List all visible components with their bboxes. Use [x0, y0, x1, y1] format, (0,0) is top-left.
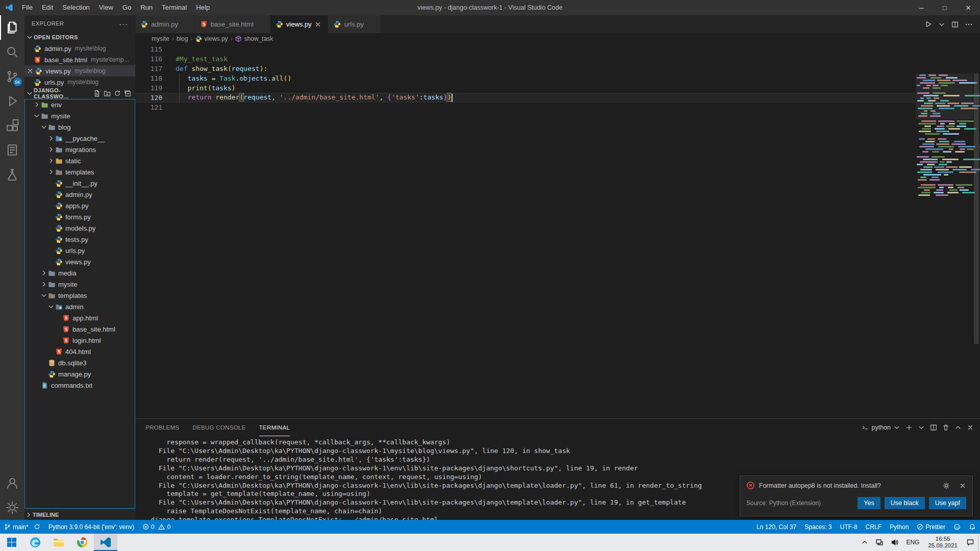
- tree-item-mysite[interactable]: mysite: [24, 279, 135, 290]
- status-spaces-3[interactable]: Spaces: 3: [800, 520, 836, 534]
- action-center-icon[interactable]: [963, 534, 978, 551]
- tree-item-templates[interactable]: templates: [24, 166, 135, 178]
- taskbar-vscode-button[interactable]: [94, 534, 117, 551]
- panel-tab-terminal[interactable]: TERMINAL: [259, 419, 290, 436]
- collapseall-icon[interactable]: [124, 90, 131, 97]
- kill-terminal-icon[interactable]: [942, 424, 949, 431]
- breadcrumb-item-show_task[interactable]: show_task: [235, 35, 273, 42]
- tree-item-manage.py[interactable]: manage.py: [24, 368, 135, 380]
- python-interpreter-status[interactable]: Python 3.9.0 64-bit ('env': venv): [44, 520, 138, 534]
- tree-item-base_site.html[interactable]: 5base_site.html: [24, 323, 135, 335]
- tree-item-app.html[interactable]: 5app.html: [24, 312, 135, 323]
- tree-item-urls.py[interactable]: urls.py: [24, 245, 135, 256]
- open-editor-urls.py[interactable]: urls.pymysite\blog: [24, 77, 135, 88]
- more-actions-icon[interactable]: ···: [119, 19, 128, 28]
- open-editors-header[interactable]: OPEN EDITORS: [24, 32, 135, 43]
- timeline-section-header[interactable]: TIMELINE: [24, 509, 135, 520]
- show-desktop-button[interactable]: [978, 534, 980, 551]
- terminal-shell-picker[interactable]: python: [862, 424, 900, 431]
- tree-item-apps.py[interactable]: apps.py: [24, 200, 135, 211]
- tab-admin.py[interactable]: admin.py: [135, 15, 195, 33]
- tree-item-static[interactable]: static: [24, 155, 135, 166]
- menu-item-selection[interactable]: Selection: [58, 0, 94, 15]
- tree-item-admin[interactable]: admin: [24, 301, 135, 312]
- notification-close-icon[interactable]: [959, 482, 966, 489]
- activity-notebook[interactable]: [0, 138, 24, 162]
- status-crlf[interactable]: CRLF: [862, 520, 886, 534]
- tab-base_site.html[interactable]: 5base_site.html: [195, 15, 271, 33]
- keyboard-language[interactable]: ENG: [902, 534, 923, 551]
- tab-close-icon[interactable]: [314, 21, 323, 28]
- close-icon[interactable]: [27, 67, 34, 74]
- editor-more-actions-icon[interactable]: [965, 20, 973, 29]
- close-button[interactable]: ✕: [957, 0, 980, 15]
- notification-button-yes[interactable]: Yes: [857, 497, 880, 509]
- code-line-119[interactable]: 119 print(tasks): [135, 83, 980, 93]
- notification-button-use-yapf[interactable]: Use yapf: [929, 497, 966, 509]
- code-line-117[interactable]: 117def show_task(request):: [135, 64, 980, 73]
- taskbar-chrome-button[interactable]: [70, 534, 94, 551]
- tree-item-db.sqlite3[interactable]: db.sqlite3: [24, 357, 135, 368]
- taskbar-start-button[interactable]: [0, 534, 23, 551]
- maximize-panel-icon[interactable]: [954, 424, 962, 431]
- code-line-120[interactable]: 120 return render(request, '../admin/bas…: [135, 93, 980, 103]
- breadcrumb-item-mysite[interactable]: mysite: [152, 35, 169, 42]
- menu-item-terminal[interactable]: Terminal: [157, 0, 191, 15]
- tree-item-migrations[interactable]: migrations: [24, 144, 135, 155]
- tab-views.py[interactable]: views.py: [271, 15, 329, 33]
- status-prettier[interactable]: Prettier: [913, 520, 949, 534]
- activity-search[interactable]: [0, 40, 24, 64]
- panel-tab-debug-console[interactable]: DEBUG CONSOLE: [192, 419, 246, 436]
- taskbar-edge-button[interactable]: [23, 534, 47, 551]
- tab-urls.py[interactable]: urls.py: [328, 15, 380, 33]
- tree-item-forms.py[interactable]: forms.py: [24, 211, 135, 222]
- notification-button-use-black[interactable]: Use black: [885, 497, 925, 509]
- terminal-profile-dropdown-icon[interactable]: [918, 424, 925, 431]
- maximize-button[interactable]: □: [933, 0, 957, 15]
- activity-explorer[interactable]: [0, 15, 24, 40]
- problems-status[interactable]: 0 0: [138, 520, 175, 534]
- tree-item-tests.py[interactable]: tests.py: [24, 234, 135, 245]
- code-line-115[interactable]: 115: [135, 44, 980, 54]
- code-line-116[interactable]: 116#My_test_task: [135, 54, 980, 64]
- minimize-button[interactable]: ─: [910, 0, 933, 15]
- tree-item-templates[interactable]: templates: [24, 290, 135, 301]
- tree-item-views.py[interactable]: views.py: [24, 256, 135, 267]
- menu-item-edit[interactable]: Edit: [37, 0, 58, 15]
- activity-run-and-debug[interactable]: [0, 89, 24, 113]
- tree-item-login.html[interactable]: 5login.html: [24, 335, 135, 346]
- refresh-icon[interactable]: [114, 90, 121, 97]
- notification-settings-icon[interactable]: [943, 482, 950, 489]
- code-editor[interactable]: 115116#My_test_task117def show_task(requ…: [135, 44, 980, 418]
- status-utf-8[interactable]: UTF-8: [836, 520, 862, 534]
- menu-item-help[interactable]: Help: [191, 0, 214, 15]
- tree-item-404.html[interactable]: 5404.html: [24, 346, 135, 357]
- code-line-121[interactable]: 121: [135, 103, 980, 112]
- git-branch-status[interactable]: main*: [0, 520, 44, 534]
- menu-item-run[interactable]: Run: [136, 0, 157, 15]
- close-panel-icon[interactable]: [967, 424, 974, 431]
- project-section-header[interactable]: DJANGO-CLASSWO...: [24, 88, 135, 99]
- new-terminal-icon[interactable]: [905, 424, 913, 431]
- network-icon[interactable]: [872, 534, 887, 551]
- minimap-slider[interactable]: [916, 73, 973, 119]
- tree-item-env[interactable]: env: [24, 99, 135, 110]
- newfile-icon[interactable]: [93, 90, 101, 97]
- status-python[interactable]: Python: [886, 520, 913, 534]
- open-editor-views.py[interactable]: views.pymysite\blog: [24, 65, 135, 77]
- tree-item-__init__.py[interactable]: __init__.py: [24, 178, 135, 189]
- taskbar-file-explorer-button[interactable]: [47, 534, 70, 551]
- run-dropdown-icon[interactable]: [938, 21, 945, 28]
- breadcrumb-item-views.py[interactable]: views.py: [195, 35, 228, 42]
- newfolder-icon[interactable]: [104, 90, 111, 97]
- tree-item-models.py[interactable]: models.py: [24, 222, 135, 234]
- tree-item-blog[interactable]: blog: [24, 121, 135, 133]
- menu-item-file[interactable]: File: [17, 0, 37, 15]
- open-editor-base_site.html[interactable]: 5base_site.htmlmysite\temp...: [24, 54, 135, 65]
- volume-icon[interactable]: [887, 534, 902, 551]
- status-feedback[interactable]: [949, 520, 965, 534]
- activity-account[interactable]: [0, 471, 24, 495]
- activity-testing[interactable]: [0, 162, 24, 187]
- split-terminal-icon[interactable]: [930, 424, 937, 431]
- run-python-file-button[interactable]: [924, 20, 932, 28]
